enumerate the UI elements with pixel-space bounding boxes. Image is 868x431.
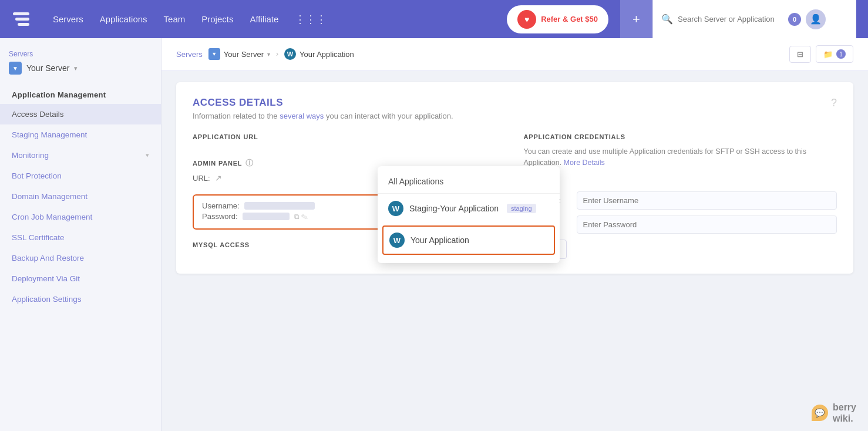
bc-server-icon: ▼ (208, 48, 220, 60)
sidebar-item-label: Deployment Via Git (12, 274, 80, 283)
heart-icon: ♥ (517, 10, 536, 29)
url-label: URL: (193, 174, 210, 183)
nav-links: Servers Applications Team Projects Affil… (53, 13, 507, 26)
right-column: APPLICATION CREDENTIALS You can create a… (524, 133, 837, 259)
sidebar-item-label: Application Settings (12, 295, 82, 304)
section-description: Information related to the several ways … (193, 112, 453, 120)
bc-app[interactable]: W Your Application (284, 48, 354, 60)
bc-server-name[interactable]: Your Server (224, 50, 264, 59)
sidebar-item-monitoring[interactable]: Monitoring ▾ (0, 145, 161, 166)
folder-count-badge: 1 (836, 49, 846, 59)
dropdown-item-main[interactable]: W Your Application (382, 225, 555, 255)
chevron-right-icon: ▾ (146, 151, 149, 159)
sidebar-item-label: Cron Job Management (12, 213, 92, 221)
watermark: 💬 berry wiki. (812, 402, 856, 424)
grid-view-icon: ⊟ (797, 50, 803, 59)
folder-icon: 📁 (823, 50, 833, 59)
external-link-icon[interactable]: ↗ (215, 173, 222, 183)
copy-icons: ⧉ ✎ (294, 213, 308, 221)
bc-servers[interactable]: Servers (176, 50, 203, 59)
nav-affiliate[interactable]: Affiliate (250, 14, 278, 24)
password-input[interactable] (577, 215, 837, 234)
staging-badge: staging (507, 204, 536, 213)
credentials-description: You can create and use multiple Applicat… (524, 146, 837, 169)
sidebar-item-app-settings[interactable]: Application Settings (0, 289, 161, 309)
watermark-text: berry wiki. (833, 402, 856, 424)
sidebar-item-ssl[interactable]: SSL Certificate (0, 227, 161, 248)
nav-team[interactable]: Team (164, 14, 186, 24)
svg-rect-0 (13, 12, 29, 15)
username-row-label: Username: (202, 201, 240, 210)
svg-rect-2 (18, 23, 29, 26)
password-row: Password: ⧉ ✎ (202, 212, 377, 221)
content-area: All Applications W Staging-Your Applicat… (162, 70, 868, 431)
staging-wp-icon: W (388, 201, 403, 216)
bc-app-name: Your Application (300, 50, 354, 59)
application-dropdown[interactable]: All Applications W Staging-Your Applicat… (378, 166, 560, 263)
notification-badge[interactable]: 0 (788, 13, 801, 26)
chevron-down-icon[interactable]: ▾ (74, 65, 78, 72)
breadcrumb-servers-label[interactable]: Servers (9, 50, 152, 58)
avatar[interactable]: 👤 (806, 9, 826, 29)
password-input-row: Password: (524, 215, 837, 234)
sidebar-item-bot-protection[interactable]: Bot Protection (0, 166, 161, 186)
folder-view-button[interactable]: 📁 1 (816, 45, 853, 63)
app-credentials-label: APPLICATION CREDENTIALS (524, 133, 837, 140)
sidebar-item-label: Backup And Restore (12, 254, 84, 262)
sidebar-item-access-details[interactable]: Access Details (0, 104, 161, 124)
server-icon: ▼ (9, 62, 22, 75)
svg-rect-1 (15, 18, 29, 21)
nav-projects[interactable]: Projects (201, 14, 233, 24)
bc-server: ▼ Your Server ▾ (208, 48, 270, 60)
info-icon[interactable]: ⓘ (245, 158, 254, 169)
username-blur (244, 202, 315, 210)
sidebar-item-label: Access Details (12, 110, 64, 119)
add-button[interactable]: + (620, 0, 652, 38)
credentials-highlight-box: Username: Password: ⧉ ✎ (193, 194, 386, 230)
sidebar-item-label: Domain Management (12, 192, 88, 201)
refer-button[interactable]: ♥ Refer & Get $50 (507, 5, 608, 33)
server-name[interactable]: Your Server (26, 63, 69, 73)
breadcrumb-server-row: ▼ Your Server ▾ (9, 62, 152, 75)
dropdown-item-staging[interactable]: W Staging-Your Application staging (378, 194, 560, 223)
dropdown-header: All Applications (378, 172, 560, 194)
breadcrumb-area: Servers ▼ Your Server ▾ (0, 50, 161, 83)
sidebar-item-domain-management[interactable]: Domain Management (0, 186, 161, 207)
grid-icon[interactable]: ⋮⋮⋮ (295, 13, 327, 26)
nav-servers[interactable]: Servers (53, 14, 83, 24)
username-input[interactable] (577, 191, 837, 210)
more-details-link[interactable]: More Details (564, 159, 605, 167)
username-row: Username: (202, 201, 377, 210)
more-options-icon[interactable]: ⋮ (836, 12, 848, 26)
search-input[interactable] (678, 15, 783, 23)
nav-applications[interactable]: Applications (100, 14, 147, 24)
top-navigation: Servers Applications Team Projects Affil… (0, 0, 868, 38)
refer-label: Refer & Get $50 (541, 15, 598, 23)
main-app-name: Your Application (411, 235, 469, 245)
password-blur (243, 213, 290, 220)
grid-view-button[interactable]: ⊟ (789, 46, 811, 63)
main-wrapper: Servers ▼ Your Server ▾ › W Your Applica… (162, 38, 868, 431)
app-logo[interactable] (12, 10, 35, 29)
app-url-label: APPLICATION URL (193, 133, 506, 140)
public-ip-row: Public IP: (524, 177, 837, 186)
sidebar-item-backup[interactable]: Backup And Restore (0, 248, 161, 268)
sidebar-item-cron-job[interactable]: Cron Job Management (0, 207, 161, 227)
section-title: ACCESS DETAILS (193, 97, 453, 109)
password-row-label: Password: (202, 212, 238, 221)
sidebar: Servers ▼ Your Server ▾ Application Mana… (0, 38, 162, 431)
wp-app-icon: W (284, 48, 296, 60)
nav-right: ♥ Refer & Get $50 + 🔍 0 👤 ⋮ (507, 0, 856, 38)
sidebar-item-label: Staging Management (12, 130, 87, 139)
sidebar-item-deployment[interactable]: Deployment Via Git (0, 268, 161, 289)
search-section: 🔍 0 👤 ⋮ (652, 0, 856, 38)
staging-app-name: Staging-Your Application (409, 204, 499, 213)
sidebar-item-staging-management[interactable]: Staging Management (0, 124, 161, 145)
bc-chevron-icon[interactable]: ▾ (267, 51, 270, 58)
view-controls: ⊟ 📁 1 (789, 45, 853, 63)
breadcrumb-arrow-icon: › (276, 50, 278, 58)
help-icon[interactable]: ? (831, 97, 837, 109)
search-icon: 🔍 (661, 14, 673, 25)
servers-header: Servers ▼ Your Server ▾ › W Your Applica… (162, 38, 868, 70)
sidebar-item-label: SSL Certificate (12, 233, 65, 242)
